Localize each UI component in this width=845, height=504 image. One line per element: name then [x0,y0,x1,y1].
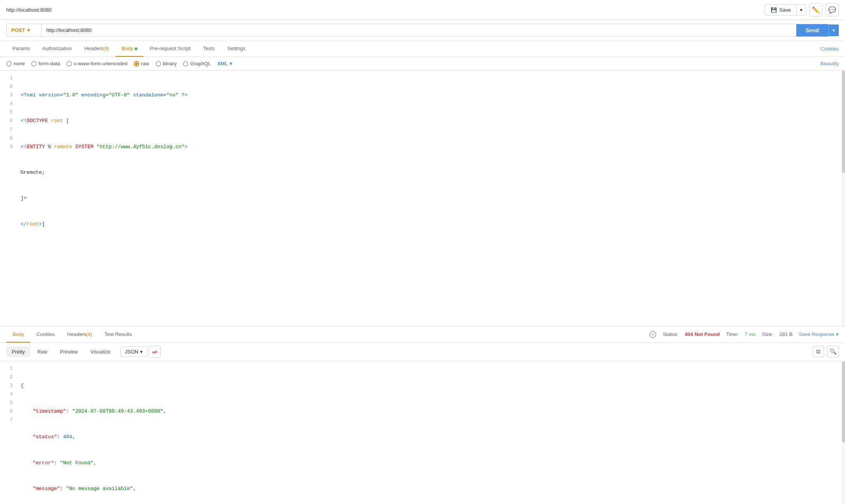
body-type-graphql[interactable]: GraphQL [183,61,211,66]
response-body-area: 1 2 3 4 5 6 7 { "timestamp": "2024-07-08… [0,361,845,504]
response-line-numbers: 1 2 3 4 5 6 7 [0,364,18,504]
code-line-8 [21,271,842,280]
code-line-4: %remote; [21,168,842,177]
save-response-chevron: ▾ [836,331,839,337]
response-line-4: "error": "Not Found", [21,459,842,467]
save-button[interactable]: 💾 Save [765,5,796,15]
body-type-none[interactable]: none [6,61,25,66]
save-chevron-button[interactable]: ▾ [796,5,806,15]
code-line-1: <?xml version="1.0" encoding="UTF-8" sta… [21,91,842,100]
body-type-raw[interactable]: raw [134,61,149,66]
copy-response-button[interactable]: ⧉ [812,346,824,357]
time-label: Time: [726,331,738,337]
size-value: 281 B [779,331,792,337]
request-bar: POST ▾ Send ▾ [0,20,845,41]
response-format-bar: Pretty Raw Preview Visualize JSON ▾ ⇌ ⧉ … [0,343,845,361]
response-scrollbar[interactable] [842,361,845,504]
response-scrollbar-thumb [842,361,845,443]
edit-button[interactable]: ✏️ [809,3,822,16]
search-response-button[interactable]: 🔍 [827,346,839,357]
response-json-lines: { "timestamp": "2024-07-08T00:49:43.493+… [18,364,845,504]
save-response-button[interactable]: Save Response ▾ [799,331,839,337]
comment-button[interactable]: 💬 [826,3,839,16]
body-type-urlencoded[interactable]: x-www-form-urlencoded [67,61,128,66]
top-bar-actions: 💾 Save ▾ ✏️ 💬 [765,3,839,16]
tab-tests[interactable]: Tests [197,41,221,57]
radio-none [6,61,12,66]
format-visualize[interactable]: Visualize [85,346,116,357]
body-type-options: none form-data x-www-form-urlencoded raw… [6,61,232,66]
tab-pre-request[interactable]: Pre-request Script [144,41,197,57]
wrap-toggle-button[interactable]: ⇌ [149,346,161,358]
body-type-form-data[interactable]: form-data [31,61,60,66]
radio-urlencoded [67,61,72,66]
json-format-selector[interactable]: JSON ▾ [121,346,147,357]
send-chevron-button[interactable]: ▾ [828,24,839,36]
editor-scrollbar[interactable] [842,71,845,326]
window-title: http://localhost:8080 [6,7,51,13]
line-numbers: 1 2 3 4 5 6 7 8 9 [0,74,18,323]
xml-chevron-icon: ▾ [230,61,232,66]
code-line-9 [21,297,842,306]
format-raw[interactable]: Raw [32,346,53,357]
xml-type-selector[interactable]: XML ▾ [217,61,232,66]
method-selector[interactable]: POST ▾ [6,24,41,37]
code-editor-content: 1 2 3 4 5 6 7 8 9 <?xml version="1.0" en… [0,71,845,326]
method-label: POST [11,27,25,33]
response-tab-body[interactable]: Body [6,327,30,343]
tab-settings[interactable]: Settings [221,41,252,57]
response-tab-cookies[interactable]: Cookies [30,327,61,343]
format-pretty[interactable]: Pretty [6,346,30,357]
format-bar-right-actions: ⧉ 🔍 [812,346,839,357]
save-icon: 💾 [771,7,777,13]
beautify-button[interactable]: Beautify [820,61,839,66]
tab-headers[interactable]: Headers(8) [78,41,116,57]
tab-body[interactable]: Body [116,41,144,57]
response-line-2: "timestamp": "2024-07-08T00:49:43.493+00… [21,407,842,416]
request-tabs-bar: Params Authorization Headers(8) Body Pre… [0,41,845,57]
scrollbar-thumb [842,71,845,173]
response-tab-test-results[interactable]: Test Results [98,327,138,343]
method-chevron-icon: ▾ [27,27,30,33]
radio-raw [134,61,139,66]
request-body-editor[interactable]: 1 2 3 4 5 6 7 8 9 <?xml version="1.0" en… [0,71,845,327]
format-preview[interactable]: Preview [54,346,83,357]
code-line-2: <!DOCTYPE root [ [21,117,842,125]
response-tabs-bar: Body Cookies Headers(4) Test Results ⊕ S… [0,327,845,343]
radio-binary [156,61,161,66]
code-line-7 [21,246,842,254]
url-input[interactable] [41,24,796,37]
save-button-group: 💾 Save ▾ [765,4,806,16]
status-value: 404 Not Found [685,331,720,337]
body-active-dot [135,47,137,50]
size-label: Size: [762,331,773,337]
radio-graphql [183,61,188,66]
json-chevron-icon: ▾ [140,349,143,355]
response-line-5: "message": "No message available", [21,485,842,493]
body-type-bar: none form-data x-www-form-urlencoded raw… [0,57,845,71]
cookies-link[interactable]: Cookies [820,46,839,52]
tab-authorization[interactable]: Authorization [36,41,78,57]
time-value: 7 ms [745,331,756,337]
body-type-binary[interactable]: binary [156,61,177,66]
top-bar: http://localhost:8080 💾 Save ▾ ✏️ 💬 [0,0,845,20]
format-options: Pretty Raw Preview Visualize JSON ▾ ⇌ [6,346,161,358]
send-button[interactable]: Send [796,24,828,37]
request-tabs: Params Authorization Headers(8) Body Pre… [6,41,252,56]
radio-form-data [31,61,37,66]
tab-params[interactable]: Params [6,41,36,57]
response-tabs: Body Cookies Headers(4) Test Results [6,327,138,342]
response-code-content: 1 2 3 4 5 6 7 { "timestamp": "2024-07-08… [0,361,845,504]
response-tab-headers[interactable]: Headers(4) [61,327,98,343]
response-meta: ⊕ Status: 404 Not Found Time: 7 ms Size:… [649,331,839,338]
send-button-group: Send ▾ [796,24,839,37]
code-line-5: ]> [21,194,842,203]
code-lines: <?xml version="1.0" encoding="UTF-8" sta… [18,74,845,323]
globe-icon: ⊕ [649,331,656,338]
code-line-3: <!ENTITY % remote SYSTEM "http://www.4yf… [21,143,842,151]
response-line-1: { [21,382,842,390]
code-line-6: </root>] [21,220,842,229]
status-label: Status: [663,331,678,337]
response-line-3: "status": 404, [21,433,842,441]
headers-badge: (8) [103,46,109,51]
